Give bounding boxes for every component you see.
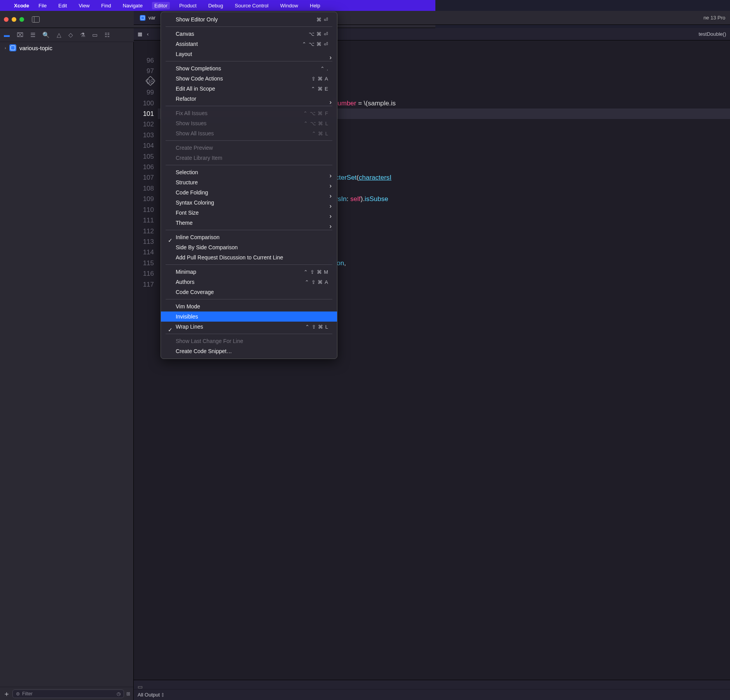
menu-item-create-library-item: Create Library Item [161,153,337,163]
menu-item-syntax-coloring[interactable]: Syntax Coloring [161,198,337,208]
menu-item-invisibles[interactable]: Invisibles [161,312,337,322]
menu-bar-item-navigate[interactable]: Navigate [121,2,145,9]
svg-rect-0 [32,16,40,22]
menu-bar-item-find[interactable]: Find [99,2,113,9]
zoom-window-icon[interactable] [19,17,24,22]
disclosure-icon[interactable]: › [5,46,6,50]
app-name[interactable]: Xcode [14,3,29,9]
menu-bar-item-edit[interactable]: Edit [56,2,69,9]
project-navigator-sidebar: › various-topic ＋ ⊜ Filter ◷ ⊞ [0,42,134,418]
menu-item-show-all-issues: Show All Issues⌃ ⌘ L [161,128,337,138]
menu-item-authors[interactable]: Authors⌃ ⇧ ⌘ A [161,277,337,287]
menu-bar-item-source-control[interactable]: Source Control [232,2,271,9]
menu-bar-item-file[interactable]: File [36,2,49,9]
sidebar-toggle-icon[interactable] [31,15,40,24]
project-navigator-icon[interactable]: ▬ [4,32,10,38]
project-row[interactable]: › various-topic [0,42,133,54]
menu-item-show-code-actions[interactable]: Show Code Actions⇧ ⌘ A [161,74,337,84]
minimize-window-icon[interactable] [12,17,16,22]
menu-item-create-preview: Create Preview [161,143,337,153]
test-navigator-icon[interactable]: ◇ [68,32,73,38]
traffic-lights[interactable] [4,17,24,22]
swift-file-icon [140,15,145,20]
menu-item-refactor[interactable]: Refactor [161,94,337,104]
breakpoint-navigator-icon[interactable]: ▭ [92,32,98,38]
issue-navigator-icon[interactable]: △ [57,32,61,38]
related-items-icon[interactable]: ▦ [138,31,142,37]
menu-item-add-pull-request-discussion-to-current-line[interactable]: Add Pull Request Discussion to Current L… [161,252,337,262]
menu-bar-item-editor[interactable]: Editor [152,2,170,9]
system-menu-bar[interactable]: Xcode FileEditViewFindNavigateEditorProd… [0,0,435,11]
tab-title: var [148,15,155,21]
menu-bar-item-window[interactable]: Window [278,2,300,9]
menu-item-show-editor-only[interactable]: Show Editor Only⌘ ⏎ [161,14,337,24]
line-number-gutter: 9697989910010110210310410510610710810911… [134,54,158,290]
symbol-navigator-icon[interactable]: ☰ [30,32,35,38]
editor-dropdown-menu[interactable]: Show Editor Only⌘ ⏎Canvas⌥ ⌘ ⏎Assistant⌃… [161,12,337,359]
back-icon[interactable]: ‹ [147,31,148,37]
menu-item-canvas[interactable]: Canvas⌥ ⌘ ⏎ [161,29,337,39]
menu-bar-item-debug[interactable]: Debug [206,2,225,9]
debug-navigator-icon[interactable]: ⚗ [80,32,85,38]
menu-bar-item-view[interactable]: View [76,2,92,9]
menu-item-show-completions[interactable]: Show Completions⌃ . [161,63,337,74]
menu-item-code-coverage[interactable]: Code Coverage [161,287,337,297]
menu-bar-item-help[interactable]: Help [307,2,323,9]
menu-item-show-issues: Show Issues⌃ ⌥ ⌘ L [161,118,337,128]
source-control-navigator-icon[interactable]: ⌧ [17,32,23,38]
menu-item-fix-all-issues: Fix All Issues⌃ ⌥ ⌘ F [161,108,337,118]
menu-item-minimap[interactable]: Minimap⌃ ⇧ ⌘ M [161,267,337,277]
menu-item-vim-mode[interactable]: Vim Mode [161,301,337,312]
menu-item-side-by-side-comparison[interactable]: Side By Side Comparison [161,242,337,252]
report-navigator-icon[interactable]: ☷ [105,32,110,38]
menu-item-inline-comparison[interactable]: Inline Comparison [161,232,337,242]
menu-item-selection[interactable]: Selection [161,167,337,177]
menu-item-create-code-snippet[interactable]: Create Code Snippet… [161,346,337,356]
menu-item-show-last-change-for-line: Show Last Change For Line [161,336,337,346]
editor-tab[interactable]: var [134,11,161,24]
menu-item-font-size[interactable]: Font Size [161,208,337,218]
menu-bar-item-product[interactable]: Product [177,2,199,9]
menu-item-wrap-lines[interactable]: Wrap Lines⌃ ⇧ ⌘ L [161,322,337,332]
menu-item-assistant[interactable]: Assistant⌃ ⌥ ⌘ ⏎ [161,39,337,49]
project-name-label: various-topic [19,45,52,51]
menu-item-structure[interactable]: Structure [161,177,337,187]
menu-item-code-folding[interactable]: Code Folding [161,187,337,198]
menu-item-theme[interactable]: Theme [161,218,337,228]
menu-item-layout[interactable]: Layout [161,49,337,59]
menu-item-edit-all-in-scope[interactable]: Edit All in Scope⌃ ⌘ E [161,84,337,94]
close-window-icon[interactable] [4,17,9,22]
find-navigator-icon[interactable]: 🔍 [42,32,50,38]
xcode-project-icon [9,44,16,51]
